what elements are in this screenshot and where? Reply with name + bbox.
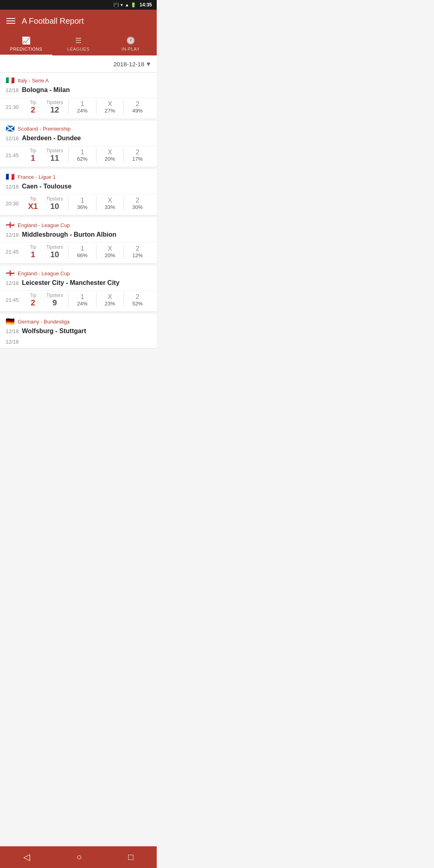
odd-col-1-2: 217%	[124, 148, 151, 163]
odd-pct-0-1: 27%	[104, 108, 115, 114]
odd-pct-4-1: 23%	[104, 301, 115, 307]
predictions-icon: 📈	[22, 36, 31, 45]
match-name-3: Middlesbrough - Burton Albion	[22, 231, 117, 238]
match-date-name-2: 12/18Caen - Toulouse	[0, 183, 157, 192]
odd-col-4-1: X23%	[96, 293, 124, 307]
odd-pct-1-1: 20%	[104, 156, 115, 162]
league-row-5: 🇩🇪Germany - Bundesliga	[0, 314, 157, 328]
tab-inplay-label: IN-PLAY	[121, 47, 139, 51]
match-name-4: Leicester City - Manchester City	[22, 279, 120, 287]
match-card-2[interactable]: 🇫🇷France - Ligue 112/18Caen - Toulouse20…	[0, 169, 157, 215]
tipsters-label-3: Tipsters	[46, 244, 63, 250]
tip-label-4: Tip	[30, 293, 36, 298]
status-time: 14:35	[139, 2, 152, 8]
tip-label-0: Tip	[30, 100, 36, 105]
match-time-2: 20:30	[6, 201, 26, 207]
odd-label-4-2: 2	[136, 293, 139, 301]
match-date-4: 12/18	[6, 280, 19, 286]
league-row-4: 🏴󠁧󠁢󠁥󠁮󠁧󠁿England - League Cup	[0, 266, 157, 279]
league-name-1: Scotland - Premiership	[18, 126, 71, 132]
odd-label-0-2: 2	[136, 100, 139, 108]
date-picker[interactable]: 2018-12-18 ▾	[113, 59, 150, 68]
tip-block-4: Tip2	[26, 293, 40, 307]
odds-section-0: 124%X27%249%	[68, 100, 151, 115]
odd-col-0-1: X27%	[96, 100, 124, 115]
odd-col-2-0: 136%	[69, 196, 96, 211]
odd-pct-1-0: 62%	[77, 156, 88, 162]
odds-section-1: 162%X20%217%	[68, 148, 151, 163]
match-card-1[interactable]: 🏴󠁧󠁢󠁳󠁣󠁴󠁿Scotland - Premiership12/18Aberde…	[0, 121, 157, 167]
odd-col-4-0: 124%	[69, 293, 96, 307]
odd-col-1-1: X20%	[96, 148, 124, 163]
flag-0: 🇮🇹	[6, 76, 14, 85]
league-row-0: 🇮🇹Italy - Serie A	[0, 73, 157, 86]
league-name-2: France - Ligue 1	[18, 174, 56, 180]
odd-label-2-2: 2	[136, 197, 139, 204]
stats-row-0: 21:30Tip2Tipsters12124%X27%249%	[0, 98, 157, 119]
odd-pct-2-2: 30%	[132, 204, 143, 210]
match-date-name-0: 12/18Bologna - Milan	[0, 86, 157, 95]
tip-value-4: 2	[31, 298, 35, 307]
tipsters-block-2: Tipsters10	[44, 196, 65, 211]
tip-value-3: 1	[31, 250, 35, 259]
tipsters-label-1: Tipsters	[46, 148, 63, 154]
tipsters-value-0: 12	[50, 105, 59, 115]
match-card-5[interactable]: 🇩🇪Germany - Bundesliga12/18Wolfsburg - S…	[0, 314, 157, 348]
partial-row-5: 12/18	[0, 339, 157, 348]
stats-row-3: 21:45Tip1Tipsters10166%X20%212%	[0, 242, 157, 263]
odd-label-0-0: 1	[80, 100, 84, 108]
odd-col-3-0: 166%	[69, 244, 96, 259]
match-date-1: 12/18	[6, 135, 19, 141]
odd-label-4-1: X	[108, 293, 112, 301]
stats-row-2: 20:30TipX1Tipsters10136%X33%230%	[0, 194, 157, 215]
odd-label-3-0: 1	[80, 245, 84, 252]
odd-label-4-0: 1	[80, 293, 84, 301]
tipsters-block-4: Tipsters9	[44, 293, 65, 307]
odd-pct-3-1: 20%	[104, 252, 115, 258]
odd-col-3-1: X20%	[96, 244, 124, 259]
tab-leagues[interactable]: ☰ LEAGUES	[52, 32, 104, 55]
odd-pct-2-0: 36%	[77, 204, 88, 210]
stats-row-1: 21:45Tip1Tipsters11162%X20%217%	[0, 146, 157, 167]
tipsters-label-0: Tipsters	[46, 100, 63, 105]
odds-section-3: 166%X20%212%	[68, 244, 151, 259]
status-icons: 📳 ▾ ▲ 🔋	[113, 2, 136, 8]
league-row-3: 🏴󠁧󠁢󠁥󠁮󠁧󠁿England - League Cup	[0, 217, 157, 231]
odd-col-3-2: 212%	[124, 244, 151, 259]
tab-inplay[interactable]: 🕐 IN-PLAY	[104, 32, 157, 55]
app-header: A Football Report	[0, 10, 157, 32]
match-card-3[interactable]: 🏴󠁧󠁢󠁥󠁮󠁧󠁿England - League Cup12/18Middlesb…	[0, 217, 157, 263]
match-card-0[interactable]: 🇮🇹Italy - Serie A12/18Bologna - Milan21:…	[0, 73, 157, 119]
league-row-1: 🏴󠁧󠁢󠁳󠁣󠁴󠁿Scotland - Premiership	[0, 121, 157, 135]
odd-pct-4-0: 24%	[77, 301, 88, 307]
tip-label-1: Tip	[30, 148, 36, 154]
odd-pct-3-2: 12%	[132, 252, 143, 258]
matches-list: 🇮🇹Italy - Serie A12/18Bologna - Milan21:…	[0, 73, 157, 375]
match-card-4[interactable]: 🏴󠁧󠁢󠁥󠁮󠁧󠁿England - League Cup12/18Leiceste…	[0, 266, 157, 311]
tip-block-2: TipX1	[26, 196, 40, 211]
odd-col-0-2: 249%	[124, 100, 151, 115]
odd-label-2-0: 1	[80, 197, 84, 204]
odd-col-0-0: 124%	[69, 100, 96, 115]
tab-leagues-label: LEAGUES	[67, 47, 89, 51]
match-date-3: 12/18	[6, 232, 19, 238]
match-date-0: 12/18	[6, 87, 19, 93]
league-name-0: Italy - Serie A	[18, 78, 49, 84]
status-bar: 📳 ▾ ▲ 🔋 14:35	[0, 0, 157, 10]
odd-pct-2-1: 33%	[104, 204, 115, 210]
date-value: 2018-12-18	[113, 61, 144, 68]
tipsters-label-4: Tipsters	[46, 293, 63, 298]
match-date-2: 12/18	[6, 184, 19, 190]
stats-row-4: 21:45Tip2Tipsters9124%X23%252%	[0, 291, 157, 311]
tab-predictions[interactable]: 📈 PREDICTIONS	[0, 32, 52, 55]
match-name-2: Caen - Toulouse	[22, 183, 72, 190]
tip-block-3: Tip1	[26, 244, 40, 259]
odd-label-3-2: 2	[136, 245, 139, 252]
date-row: 2018-12-18 ▾	[0, 55, 157, 73]
tip-value-0: 2	[31, 105, 35, 115]
odd-label-2-1: X	[108, 197, 112, 204]
tipsters-value-4: 9	[52, 298, 57, 307]
hamburger-menu[interactable]	[6, 16, 15, 25]
flag-4: 🏴󠁧󠁢󠁥󠁮󠁧󠁿	[6, 269, 14, 278]
tipsters-block-0: Tipsters12	[44, 100, 65, 115]
